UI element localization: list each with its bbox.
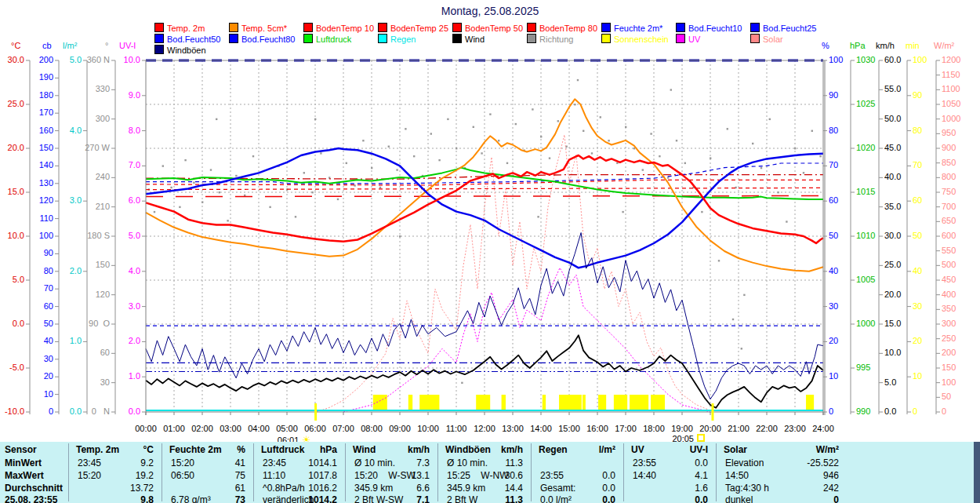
wind-direction-dot <box>219 191 220 193</box>
axis-tick-label: 20.0 <box>8 144 24 152</box>
wind-direction-dot <box>811 130 813 132</box>
weather-station-dashboard: Montag, 25.08.2025 Temp. 2mTemp. 5cm*Bod… <box>0 0 980 503</box>
axis-tick-label: 170 <box>39 108 53 117</box>
table-cell-value: 1016.2 <box>253 483 337 494</box>
table-cell-value: 1017.8 <box>253 470 337 481</box>
wind-direction-dot <box>314 118 316 120</box>
axis-tick-label: 25.0 <box>8 100 24 108</box>
axis-tick-label: 160 <box>39 126 53 135</box>
wind-direction-dot <box>481 152 482 154</box>
table-cell-value: 1014.1 <box>253 457 337 468</box>
axis-tick-label: 25.0 <box>884 261 901 269</box>
table-cell-value: 0 <box>716 494 839 503</box>
axis-tick-label: 70 <box>913 161 922 169</box>
wind-direction-dot <box>600 116 601 118</box>
axis-tick-label: 90 <box>913 91 922 100</box>
wind-direction-dot <box>346 162 347 164</box>
table-header-unit: hPa <box>253 444 337 455</box>
wind-direction-dot <box>625 126 626 128</box>
axis-tick-label: 70 <box>44 284 53 293</box>
wind-direction-dot <box>473 126 474 128</box>
axis-tick-label: 200 <box>942 348 956 357</box>
window-edge <box>974 442 980 503</box>
axis-tick-label: 750 <box>942 188 956 196</box>
axis-header-uvi: UV-I <box>119 41 136 50</box>
axis-tick-label: 5.0 <box>884 378 896 387</box>
axis-tick-label: 15.0 <box>8 188 24 196</box>
sunshine-bar <box>598 395 606 410</box>
axis-tick-label: 3.0 <box>129 302 140 311</box>
axis-tick-label: 150 <box>942 363 956 372</box>
table-cell-value: 6.6 <box>345 483 430 494</box>
wind-direction-dot <box>303 172 305 173</box>
axis-tick-label: 60 <box>100 348 110 357</box>
axis-tick-label: 1010 <box>856 231 875 240</box>
axis-header-lm2: l/m² <box>63 41 77 50</box>
wind-direction-dot <box>201 201 203 202</box>
table-cell-value: 41 <box>162 457 245 468</box>
wind-direction-dot <box>608 140 609 141</box>
axis-tick-label: 450 <box>942 275 956 284</box>
axis-tick-label: 100 <box>913 56 927 64</box>
table-cell-value: 946 <box>716 470 839 481</box>
axis-tick-label: 700 <box>942 202 956 211</box>
axis-tick-label: 30.0 <box>8 56 24 64</box>
wind-direction-dot <box>162 165 164 166</box>
table-cell-value: 30.6 <box>437 470 523 481</box>
wind-direction-dot <box>515 123 517 125</box>
table-cell-value: -25.522 <box>716 457 839 468</box>
axis-tick-label: 80 <box>913 126 922 135</box>
axis-tick-label: 0 <box>913 407 917 416</box>
wind-direction-dot <box>362 140 364 141</box>
axis-tick-label: 60 <box>913 196 922 205</box>
axis-tick-label: 0.0 <box>13 319 24 328</box>
wind-direction-dot <box>557 120 559 122</box>
axis-tick-label: 550 <box>942 246 956 255</box>
axis-tick-label: 20.0 <box>884 290 901 299</box>
axis-tick-label: 0.0 <box>129 407 140 416</box>
axis-tick-label: 10.0 <box>884 348 901 357</box>
axis-tick-label: 1030 <box>856 56 875 64</box>
wind-direction-dot <box>252 155 254 157</box>
wind-direction-dot <box>371 167 372 169</box>
wind-direction-dot <box>794 148 796 149</box>
wind-direction-dot <box>235 175 237 177</box>
series-uv <box>343 268 710 412</box>
axis-tick-label: -5.0 <box>9 363 24 372</box>
table-header-cell: Sensor <box>5 444 37 455</box>
series-bodentemp80 <box>146 196 823 197</box>
axis-tick-label: 0.0 <box>70 407 82 416</box>
axis-tick-label: 7.0 <box>129 161 140 169</box>
table-cell-value: 0.0 <box>623 457 708 468</box>
axis-tick-label: 10 <box>829 372 838 381</box>
wind-direction-dot <box>622 211 623 213</box>
wind-direction-dot <box>741 348 742 349</box>
wind-direction-dot <box>819 155 821 157</box>
table-cell-value: 0.0 <box>531 494 615 503</box>
axis-tick-label: 140 <box>39 161 53 169</box>
axis-header-minu: min <box>906 41 920 50</box>
sunshine-bar <box>543 395 546 410</box>
axis-tick-label: 40 <box>44 337 53 345</box>
table-cell-value: 75 <box>162 470 245 481</box>
axis-tick-label: 1050 <box>942 100 960 108</box>
table-cell-value: 7.1 <box>345 494 430 503</box>
axis-tick-label: 4.0 <box>129 267 140 275</box>
axis-tick-label: 250 <box>942 334 956 343</box>
wind-direction-dot <box>710 157 711 159</box>
wind-direction-dot <box>227 220 228 221</box>
wind-direction-dot <box>154 211 155 213</box>
table-row-label: 25.08. 23:55 <box>5 494 57 503</box>
table-header-unit: km/h <box>345 444 430 455</box>
axis-tick-label: 0 N <box>92 407 110 416</box>
sunshine-bar <box>419 395 439 410</box>
axis-tick-label: 5.0 <box>70 56 82 64</box>
wind-direction-dot <box>803 172 804 173</box>
wind-direction-dot <box>399 235 401 237</box>
wind-direction-dot <box>193 182 194 184</box>
axis-tick-label: 50 <box>829 231 838 240</box>
axis-tick-label: 130 <box>39 179 53 188</box>
axis-tick-label: 200 <box>39 56 53 64</box>
axis-tick-label: 10.0 <box>124 56 140 64</box>
axis-tick-label: 50 <box>913 231 922 240</box>
